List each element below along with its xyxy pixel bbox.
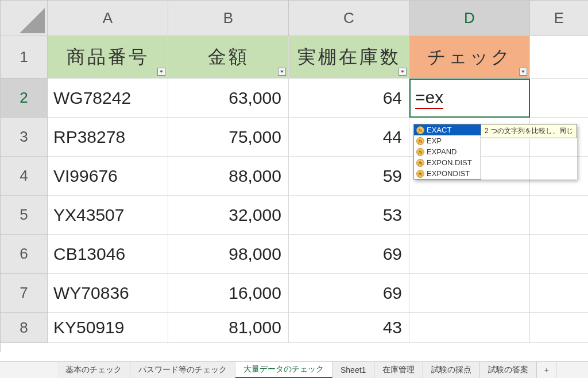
cell-C8[interactable]: 43 [289,313,409,343]
formula-autocomplete: fx EXACT fx EXP fx EXPAND fx EXPON.DIST … [413,124,577,180]
sheet-tab-active[interactable]: 大量データのチェック [235,362,332,378]
row-header-6[interactable]: 6 [1,235,48,274]
cell-A7[interactable]: WY70836 [48,274,168,313]
cell-A8[interactable]: KY50919 [48,313,168,343]
cell-C6[interactable]: 69 [289,235,409,274]
cell-B2[interactable]: 63,000 [168,79,289,118]
cell-E6[interactable] [530,235,588,274]
cell-B3[interactable]: 75,000 [168,118,289,157]
cell-C5[interactable]: 53 [289,196,409,235]
cell-B7[interactable]: 16,000 [168,274,289,313]
sheet-tab[interactable]: 基本のチェック [57,362,130,378]
cell-C2[interactable]: 64 [289,79,409,118]
cell-A5[interactable]: YX43507 [48,196,168,235]
cell-A4[interactable]: VI99676 [48,157,168,196]
header-text: 実棚在庫数 [297,45,401,70]
column-header-E[interactable]: E [530,1,588,36]
column-header-B[interactable]: B [168,1,289,36]
column-header-D[interactable]: D [409,1,530,36]
formula-input-text: =ex [415,88,443,109]
cell-A2[interactable]: WG78242 [48,79,168,118]
new-sheet-button[interactable]: + [537,362,556,378]
autocomplete-list: fx EXACT fx EXP fx EXPAND fx EXPON.DIST … [413,124,481,180]
cell-A1[interactable]: 商品番号 [48,36,168,79]
cell-A6[interactable]: CB13046 [48,235,168,274]
cell-D7[interactable] [409,274,530,313]
autocomplete-item-expand[interactable]: fx EXPAND [414,146,481,157]
cell-B4[interactable]: 88,000 [168,157,289,196]
autocomplete-item-label: EXP [427,137,442,145]
autocomplete-item-label: EXPAND [427,147,457,156]
row-header-5[interactable]: 5 [1,196,48,235]
autocomplete-item-label: EXPON.DIST [427,158,472,167]
row-header-7[interactable]: 7 [1,274,48,313]
column-header-C[interactable]: C [289,1,409,36]
cell-D6[interactable] [409,235,530,274]
cell-D8[interactable] [409,313,530,343]
function-icon: fx [416,126,424,134]
sheet-tab[interactable]: Sheet1 [332,362,374,378]
row-header-2[interactable]: 2 [1,79,48,118]
cell-D5[interactable] [409,196,530,235]
autocomplete-item-label: EXACT [427,126,451,134]
function-icon: fx [416,159,424,167]
cell-B5[interactable]: 32,000 [168,196,289,235]
row-header-3[interactable]: 3 [1,118,48,157]
row-header-4[interactable]: 4 [1,157,48,196]
cell-C3[interactable]: 44 [289,118,409,157]
autocomplete-item-expondist2[interactable]: fx EXPONDIST [414,168,481,179]
autocomplete-item-exp[interactable]: fx EXP [414,135,481,146]
autocomplete-tooltip: 2 つの文字列を比較し、同じ [481,124,577,138]
sheet-tab[interactable]: 試験の答案 [480,362,537,378]
autocomplete-item-expondist[interactable]: fx EXPON.DIST [414,157,481,168]
sheet-tabs-bar: 基本のチェック パスワード等のチェック 大量データのチェック Sheet1 在庫… [0,361,588,378]
cell-E2[interactable] [530,79,588,118]
filter-button[interactable] [278,68,286,76]
cell-C4[interactable]: 59 [289,157,409,196]
header-text: 金額 [208,45,249,70]
sheet-tab[interactable]: 試験の採点 [423,362,480,378]
sheet-tab[interactable]: 在庫管理 [374,362,423,378]
header-text: 商品番号 [67,45,149,70]
cell-D2-editing[interactable]: =ex [409,79,530,118]
cell-B1[interactable]: 金額 [168,36,289,79]
cell-E1[interactable] [530,36,588,79]
cell-A3[interactable]: RP38278 [48,118,168,157]
filter-button[interactable] [157,68,165,76]
row-header-8[interactable]: 8 [1,313,48,343]
filter-button[interactable] [399,68,407,76]
cell-D1[interactable]: チェック [409,36,530,79]
cell-B6[interactable]: 98,000 [168,235,289,274]
cell-E7[interactable] [530,274,588,313]
select-all-corner[interactable] [1,1,48,36]
filter-button[interactable] [519,68,527,76]
cell-B8[interactable]: 81,000 [168,313,289,343]
sheet-tab[interactable]: パスワード等のチェック [130,362,235,378]
cell-E8[interactable] [530,313,588,343]
cell-E5[interactable] [530,196,588,235]
function-icon: fx [416,137,424,145]
row-header-1[interactable]: 1 [1,36,48,79]
autocomplete-item-exact[interactable]: fx EXACT [414,124,481,135]
function-icon: fx [416,170,424,178]
cell-C7[interactable]: 69 [289,274,409,313]
autocomplete-item-label: EXPONDIST [427,169,470,178]
function-icon: fx [416,148,424,156]
column-header-A[interactable]: A [48,1,168,36]
cell-C1[interactable]: 実棚在庫数 [289,36,409,79]
header-text: チェック [427,45,512,70]
